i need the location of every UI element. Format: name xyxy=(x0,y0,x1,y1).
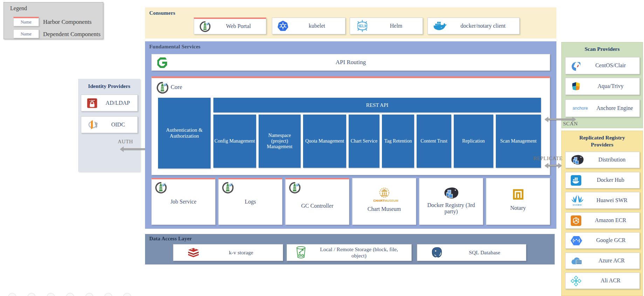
module-config-management: Config Management xyxy=(213,115,256,168)
notary-icon xyxy=(512,188,525,202)
harbor-icon xyxy=(156,81,169,96)
node-notary: Notary xyxy=(486,178,550,225)
openid-icon xyxy=(86,119,99,130)
node-core: Core Authentication & Authorization REST… xyxy=(151,76,550,175)
identity-providers-title: Identity Providers xyxy=(78,83,140,89)
node-label: Helm xyxy=(370,23,423,29)
cropped-circle xyxy=(8,293,16,296)
module-label: REST API xyxy=(366,102,389,108)
node-label: Job Service xyxy=(152,199,215,205)
node-aqua-trivy: Aqua/Trivy xyxy=(565,78,640,95)
node-docker-hub: Docker Hub xyxy=(565,172,640,188)
clair-icon xyxy=(570,60,582,71)
module-chart-service: Chart Service xyxy=(349,115,379,168)
node-label: Docker Hub xyxy=(582,177,639,183)
postgresql-icon xyxy=(431,247,443,259)
api-gateway-g-icon xyxy=(156,56,169,70)
node-label: Web Portal xyxy=(211,23,266,29)
cropped-circle xyxy=(27,293,36,296)
replicated-registry-providers-title: Replicated Registry Providers xyxy=(562,134,643,148)
module-tag-retention: Tag Retention xyxy=(382,115,415,168)
node-label: Google GCR xyxy=(582,237,639,243)
identity-providers-panel: Identity Providers LDAP AD/LDAP xyxy=(78,79,140,172)
node-chart-museum: CHART MUSEUM Chart Museum xyxy=(352,178,416,225)
core-modules-row: Config Management Namespace (project) Ma… xyxy=(213,115,541,168)
node-label: Local / Remote Storage (block, file, obj… xyxy=(315,246,403,259)
legend-title: Legend xyxy=(10,5,27,12)
node-oidc: OIDC xyxy=(81,116,138,133)
node-kv-storage: k-v storage xyxy=(173,244,283,261)
module-label: Scan Management xyxy=(500,138,537,144)
svg-text:HUAWEI: HUAWEI xyxy=(573,204,582,206)
fundamental-services-title: Fundamental Services xyxy=(149,44,200,50)
harbor-icon xyxy=(221,181,234,195)
node-distribution: Distribution xyxy=(565,152,640,168)
node-label: API Routing xyxy=(152,59,550,66)
node-label: GC Controller xyxy=(296,203,338,209)
node-label: docker/notary client xyxy=(447,23,519,29)
module-quota-management: Quota Management xyxy=(303,115,346,168)
node-centos-clair: CentOS/Clair xyxy=(565,57,640,74)
node-gc-controller: GC Controller xyxy=(285,178,349,225)
svg-text:LDAP: LDAP xyxy=(89,99,95,102)
scan-arrow xyxy=(546,118,575,120)
node-helm: HELM Helm xyxy=(350,18,423,34)
azure-acr-icon xyxy=(570,256,584,266)
node-job-service: Job Service xyxy=(151,178,215,225)
node-google-gcr: Google GCR xyxy=(565,232,640,249)
services-row: Job Service Logs GC Controller xyxy=(151,178,550,225)
cropped-circle xyxy=(85,293,94,296)
legend-harbor-components-label: Harbor Components xyxy=(43,19,91,26)
fundamental-services-section: Fundamental Services API Routing Core Au… xyxy=(145,41,556,229)
registry-whale-icon xyxy=(570,154,584,166)
registry-whale-icon xyxy=(443,186,459,202)
node-label: Huawei SWR xyxy=(584,197,639,204)
module-content-trust: Content Trust xyxy=(417,115,451,168)
svg-text:MUSEUM: MUSEUM xyxy=(384,199,398,202)
module-rest-api: REST API xyxy=(213,98,541,112)
cropped-circle xyxy=(123,293,131,296)
data-access-layer-section: Data Access Layer k-v storage xyxy=(145,234,555,264)
node-anchore-engine: anchore Anchore Engine xyxy=(565,99,640,117)
node-label: Azure ACR xyxy=(584,257,639,264)
module-replication: Replication xyxy=(454,115,493,168)
node-kubelet: kubelet xyxy=(272,18,345,34)
node-docker-notary-client: docker/notary client xyxy=(427,18,520,34)
data-access-layer-title: Data Access Layer xyxy=(149,236,192,242)
node-label: k-v storage xyxy=(199,249,283,256)
module-authentication-authorization: Authentication & Authorization xyxy=(158,98,211,168)
scan-providers-panel: Scan Providers CentOS/Clair xyxy=(561,42,643,128)
node-label: AD/LDAP xyxy=(98,100,137,106)
replicated-registry-providers-panel: Replicated Registry Providers Distributi… xyxy=(561,131,643,296)
google-gcr-icon xyxy=(570,235,582,246)
node-docker-registry-3rd-party: Docker Registry (3rd party) xyxy=(419,178,483,225)
module-label: Replication xyxy=(462,138,485,144)
node-label: Chart Museum xyxy=(365,206,403,212)
node-label: SQL Database xyxy=(443,249,526,256)
node-huawei-swr: HUAWEI Huawei SWR xyxy=(565,192,640,209)
node-api-routing: API Routing xyxy=(151,54,550,71)
node-logs: Logs xyxy=(218,178,282,225)
legend-sample-label: Name xyxy=(21,19,32,25)
ali-acr-icon xyxy=(570,275,582,287)
harbor-icon xyxy=(288,181,301,195)
docker-hub-icon xyxy=(570,175,582,186)
harbor-architecture-diagram: Legend Name Harbor Components Name Depen… xyxy=(0,0,644,296)
node-web-portal: Web Portal xyxy=(194,18,266,34)
chartmuseum-icon: CHART MUSEUM xyxy=(363,186,405,206)
legend-panel: Legend Name Harbor Components Name Depen… xyxy=(4,2,103,39)
node-label: Anchore Engine xyxy=(590,105,639,111)
replicate-arrow-label: REPLICATE xyxy=(533,156,563,161)
auth-arrow-label: AUTH xyxy=(118,139,133,145)
node-label: Notary xyxy=(508,205,528,211)
ldap-lock-icon: LDAP xyxy=(86,97,98,109)
module-label: Tag Retention xyxy=(384,138,412,144)
node-label: Ali ACR xyxy=(582,277,639,284)
cropped-circle xyxy=(104,293,112,296)
module-label: Namespace (project) Management xyxy=(260,133,300,150)
node-label: CentOS/Clair xyxy=(582,62,639,69)
cropped-circle xyxy=(66,293,74,296)
node-label: OIDC xyxy=(99,122,137,128)
docker-whale-icon xyxy=(433,20,447,32)
harbor-icon xyxy=(155,181,167,195)
